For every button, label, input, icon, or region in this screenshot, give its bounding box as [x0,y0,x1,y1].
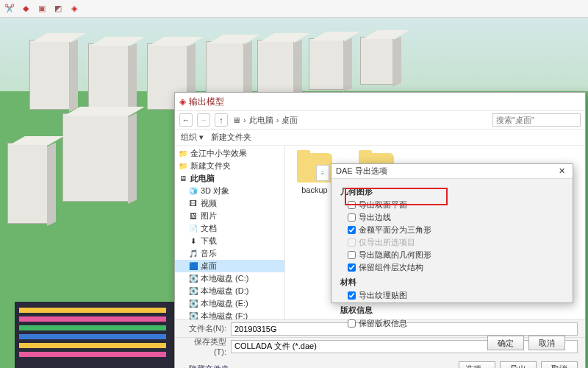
tree-item[interactable]: 📁新建文件夹 [175,160,284,172]
scissors-icon[interactable]: ✂️ [3,2,16,15]
breadcrumb-root[interactable]: 此电脑 [249,115,273,126]
tree-item[interactable]: ⬇下载 [175,235,284,247]
tree-item[interactable]: 📄文档 [175,222,284,235]
group-geometry: 几何图形 [340,186,564,197]
tree-item[interactable]: 🖼图片 [175,210,284,222]
tree-item[interactable]: 💽本地磁盘 (D:) [175,285,284,297]
group-material: 材料 [340,277,564,288]
desk-icon: 🟦 [188,261,198,272]
breadcrumb[interactable]: 🖥 › 此电脑 › 桌面 [232,115,488,126]
chk-triangulate[interactable]: 金额平面分为三角形 [340,224,564,236]
tree-item[interactable]: 💽本地磁盘 (C:) [175,272,284,285]
tree-item-label: 图片 [201,210,217,222]
3d-icon: 🧊 [188,186,198,197]
group-credits: 版权信息 [340,305,564,316]
colorful-building [15,302,176,368]
tree-item-label: 文档 [201,223,217,234]
organize-menu[interactable]: 组织 ▾ [181,132,204,143]
options-button[interactable]: 选项... [459,361,495,368]
drv-icon: 💽 [188,274,198,284]
pic-icon: 🖼 [188,211,198,222]
box-icon[interactable]: ▣ [35,2,49,15]
chk-export-edges[interactable]: 导出边线 [340,211,564,224]
tree-item-label: 本地磁盘 (D:) [201,286,248,297]
pc-icon: 🖥 [232,116,240,124]
cancel-button[interactable]: 取消 [541,361,578,368]
filetype-label: 保存类型(T): [182,336,226,356]
doc-icon: 📄 [188,224,198,234]
dae-options-dialog: DAE 导出选项 ✕ 几何图形 导出双面平面 导出边线 金额平面分为三角形 仅导… [331,163,573,303]
tree-item-label: 视频 [201,198,217,209]
chk-selection-only: 仅导出所选项目 [340,236,564,249]
mus-icon: 🎵 [188,249,198,259]
tree-item[interactable]: 💽本地磁盘 (E:) [175,297,284,310]
folder-label: backup [293,185,337,194]
chk-two-sided[interactable]: 导出双面平面 [340,199,564,211]
chk-credits[interactable]: 保留版权信息 [340,317,564,330]
tree-item-label: 本地磁盘 (C:) [201,273,248,284]
cube-icon[interactable]: ◩ [51,2,65,15]
folder-icon: ≡ [297,153,332,183]
tree-item-label: 此电脑 [190,173,215,184]
diamond-icon[interactable]: ◆ [19,2,32,15]
chk-textures[interactable]: 导出纹理贴图 [340,289,564,302]
nav-back-button[interactable]: ← [179,113,193,127]
pc-icon: 🖥 [178,174,188,184]
tree-item-label: 本地磁盘 (E:) [201,298,248,309]
dialog-toolbar: 组织 ▾ 新建文件夹 [175,130,585,146]
drv-icon: 💽 [188,299,198,309]
chk-hierarchy[interactable]: 保留组件层次结构 [340,261,564,274]
navigation-bar: ← → ↑ 🖥 › 此电脑 › 桌面 [175,110,585,130]
drv-icon: 💽 [188,286,198,297]
ruby-icon: ◈ [179,96,186,107]
ok-button[interactable]: 确定 [487,336,524,350]
hide-folders-toggle[interactable]: ▴ 隐藏文件夹 [182,364,229,369]
dialog-title: 输出模型 [189,96,224,108]
nav-fwd-button[interactable]: → [197,113,210,127]
tree-item-label: 3D 对象 [201,185,229,197]
dialog-titlebar: ◈ 输出模型 [175,93,585,110]
main-toolbar: ✂️ ◆ ▣ ◩ ◈ [0,0,588,18]
dl-icon: ⬇ [188,236,198,247]
dialog-footer: ▴ 隐藏文件夹 选项... 导出 取消 [175,355,585,368]
tree-item-label: 本地磁盘 (F:) [201,311,248,319]
tree-item[interactable]: 🖥此电脑 [175,172,284,185]
folder-y-icon: 📁 [178,149,188,159]
options-title: DAE 导出选项 [336,166,387,177]
folder-item[interactable]: ≡backup [293,153,337,194]
filename-label: 文件名(N): [182,323,226,334]
folder-y-icon: 📁 [178,161,188,171]
ruby-icon[interactable]: ◈ [68,2,81,15]
tree-item-label: 桌面 [201,261,217,272]
options-cancel-button[interactable]: 取消 [528,336,565,350]
search-input[interactable] [492,113,581,127]
export-button[interactable]: 导出 [500,361,537,368]
nav-up-button[interactable]: ↑ [215,113,228,127]
options-titlebar: DAE 导出选项 ✕ [331,164,573,179]
tree-item-label: 新建文件夹 [190,160,231,171]
folder-tree[interactable]: 📁金江中小学效果📁新建文件夹🖥此电脑🧊3D 对象🎞视频🖼图片📄文档⬇下载🎵音乐🟦… [175,146,285,319]
breadcrumb-current[interactable]: 桌面 [282,115,298,126]
chk-hidden-geom[interactable]: 导出隐藏的几何图形 [340,249,564,261]
close-icon[interactable]: ✕ [555,166,568,177]
tree-item-label: 下载 [201,236,217,247]
vid-icon: 🎞 [188,199,198,209]
tree-item-label: 音乐 [201,248,217,259]
tree-item[interactable]: 🎵音乐 [175,247,284,260]
tree-item-label: 金江中小学效果 [190,148,247,159]
tree-item[interactable]: 🎞视频 [175,197,284,210]
tree-item[interactable]: 🧊3D 对象 [175,185,284,197]
tree-item[interactable]: 📁金江中小学效果 [175,147,284,160]
new-folder-button[interactable]: 新建文件夹 [211,132,251,143]
tree-item[interactable]: 💽本地磁盘 (F:) [175,310,284,319]
tree-item[interactable]: 🟦桌面 [175,260,284,272]
drv-icon: 💽 [188,311,198,320]
